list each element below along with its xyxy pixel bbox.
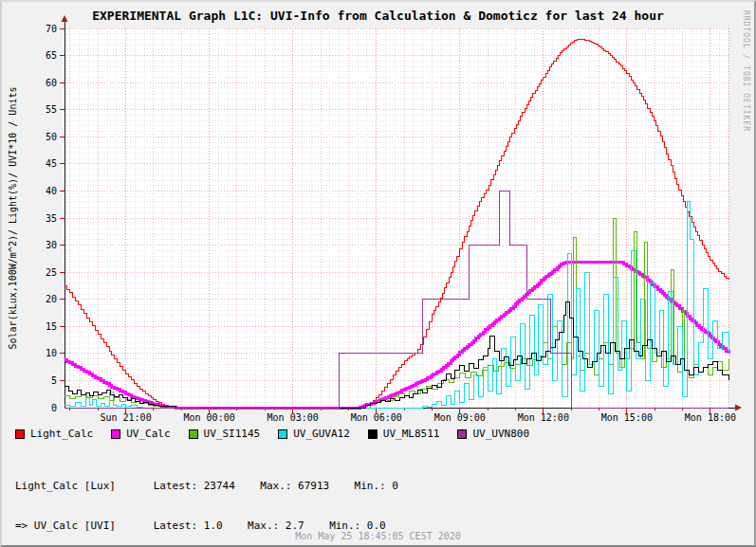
legend-label: Light_Calc (30, 428, 93, 440)
svg-text:Sun 21:00: Sun 21:00 (100, 412, 151, 423)
svg-text:60: 60 (46, 78, 57, 88)
svg-text:0: 0 (51, 403, 57, 413)
legend-label: UV_SI1145 (204, 428, 261, 440)
legend-label: UV_GUVA12 (293, 428, 350, 440)
legend-item-uv-uvn800: UV_UVN800 (457, 428, 529, 440)
legend-label: UV_UVN800 (472, 428, 529, 440)
light-calc-swatch-icon (15, 429, 25, 439)
uv-ml8511-swatch-icon (368, 429, 378, 439)
svg-text:Mon 06:00: Mon 06:00 (351, 412, 402, 423)
svg-text:Mon 09:00: Mon 09:00 (434, 412, 486, 423)
legend-item-uv-guva12: UV_GUVA12 (278, 428, 350, 440)
svg-text:45: 45 (46, 158, 57, 169)
svg-text:25: 25 (46, 267, 57, 278)
rrdtool-graph-window: EXPERIMENTAL Graph L1C: UVI-Info from Ca… (0, 0, 756, 547)
svg-text:10: 10 (46, 348, 57, 358)
svg-text:70: 70 (46, 24, 57, 34)
svg-text:Mon 15:00: Mon 15:00 (601, 412, 653, 423)
svg-text:40: 40 (46, 186, 57, 196)
svg-text:Mon 00:00: Mon 00:00 (184, 412, 235, 423)
legend-item-uv-si1145: UV_SI1145 (189, 428, 261, 440)
uv-guva12-swatch-icon (278, 429, 287, 439)
legend-item-uv-calc: UV_Calc (111, 428, 170, 440)
legend-row: Light_Calc UV_Calc UV_SI1145 UV_GUVA12 U… (15, 428, 547, 440)
svg-text:65: 65 (46, 50, 57, 61)
svg-text:55: 55 (46, 104, 57, 115)
stats-line-light-calc: Light_Calc [Lux] Latest: 23744 Max.: 679… (15, 480, 398, 493)
svg-text:50: 50 (46, 132, 57, 142)
legend-item-uv-ml8511: UV_ML8511 (368, 428, 440, 440)
uv-uvn800-swatch-icon (457, 429, 467, 439)
legend-label: UV_Calc (126, 428, 170, 440)
svg-text:35: 35 (46, 213, 57, 224)
svg-text:30: 30 (46, 240, 57, 250)
generation-timestamp: Mon May 25 18:45:05 CEST 2020 (2, 531, 754, 541)
svg-text:20: 20 (46, 294, 57, 304)
legend-item-light-calc: Light_Calc (15, 428, 93, 440)
svg-text:5: 5 (51, 375, 57, 386)
svg-text:Mon 18:00: Mon 18:00 (685, 412, 736, 423)
uv-si1145-swatch-icon (189, 429, 198, 439)
svg-text:15: 15 (46, 321, 57, 332)
svg-text:Mon 03:00: Mon 03:00 (267, 412, 319, 423)
uv-calc-swatch-icon (111, 429, 120, 439)
legend-label: UV_ML8511 (383, 428, 440, 440)
svg-text:Mon 12:00: Mon 12:00 (518, 412, 569, 423)
